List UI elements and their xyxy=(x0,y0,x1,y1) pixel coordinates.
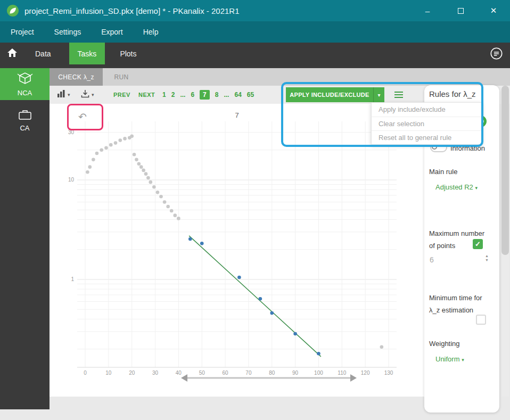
excluded-point[interactable] xyxy=(174,213,177,217)
included-point[interactable] xyxy=(188,237,192,241)
menu-settings[interactable]: Settings xyxy=(54,28,81,36)
excluded-point[interactable] xyxy=(123,137,127,141)
pan-left-arrow-icon[interactable] xyxy=(181,374,187,382)
bar-chart-icon xyxy=(57,89,65,100)
page-selector: 1 2 ... 6 7 8 ... 64 65 xyxy=(162,86,254,104)
page-button-1[interactable]: 1 xyxy=(162,91,166,98)
excluded-point[interactable] xyxy=(137,162,141,166)
nav-tab-tasks[interactable]: Tasks xyxy=(69,43,105,64)
excluded-point[interactable] xyxy=(88,165,92,169)
excluded-point[interactable] xyxy=(144,172,148,176)
included-point[interactable] xyxy=(237,276,241,279)
scrollbar-thumb[interactable] xyxy=(501,86,509,255)
menu-export[interactable]: Export xyxy=(101,28,122,36)
app-logo-icon xyxy=(7,5,19,17)
excluded-point[interactable] xyxy=(159,195,163,199)
menu-item-apply-include-exclude[interactable]: Apply include/exclude xyxy=(372,103,482,117)
home-button[interactable] xyxy=(0,43,24,64)
max-points-checkbox[interactable]: ✓ xyxy=(473,239,483,249)
chevron-down-icon: ▾ xyxy=(68,92,70,97)
tab-run[interactable]: RUN xyxy=(103,68,140,86)
spin-up-icon[interactable]: ▲ xyxy=(485,254,489,258)
window-controls: – ✕ xyxy=(411,0,510,21)
page-button-8[interactable]: 8 xyxy=(215,91,219,98)
apply-dropdown-caret[interactable]: ▾ xyxy=(373,87,384,102)
maximize-button[interactable] xyxy=(444,0,477,21)
nca-plot[interactable]: 0102030405060708090100110120130110307 xyxy=(50,104,424,397)
page-button-6[interactable]: 6 xyxy=(191,91,194,98)
excluded-point[interactable] xyxy=(146,176,150,180)
excluded-point[interactable] xyxy=(100,148,103,152)
included-point[interactable] xyxy=(270,311,274,315)
excluded-point[interactable] xyxy=(139,165,143,169)
page-button-7-active[interactable]: 7 xyxy=(200,90,210,100)
sidebar-item-nca[interactable]: NCA xyxy=(0,68,50,100)
spin-down-icon[interactable]: ▼ xyxy=(485,258,489,262)
included-point[interactable] xyxy=(200,242,204,245)
x-tick-label: 50 xyxy=(199,370,205,376)
apply-include-exclude-button[interactable]: APPLY INCLUDE/EXCLUDE xyxy=(286,87,373,102)
page-button-65[interactable]: 65 xyxy=(247,91,254,98)
app-window: project_Remi_infusion_SD.pkx [demo] * - … xyxy=(0,0,510,420)
excluded-point[interactable] xyxy=(92,158,95,162)
x-tick-label: 10 xyxy=(105,370,112,376)
menu-help[interactable]: Help xyxy=(143,28,159,36)
excluded-point[interactable] xyxy=(163,200,167,204)
excluded-point[interactable] xyxy=(133,153,136,157)
excluded-point[interactable] xyxy=(142,169,145,172)
menu-item-clear-selection[interactable]: Clear selection xyxy=(372,117,482,130)
page-button-2[interactable]: 2 xyxy=(171,91,175,98)
x-tick-label: 100 xyxy=(314,370,323,376)
lambda-z-fit-line xyxy=(189,236,321,357)
max-points-input[interactable]: 6 xyxy=(430,256,434,264)
prev-page-button[interactable]: PREV xyxy=(113,86,130,104)
export-plot-button[interactable]: ▾ xyxy=(81,87,94,103)
main-rule-value: Adjusted R2 xyxy=(435,183,473,191)
min-time-checkbox[interactable] xyxy=(476,315,486,325)
next-page-button[interactable]: NEXT xyxy=(138,86,155,104)
main-rule-select[interactable]: Adjusted R2 ▾ xyxy=(435,183,478,191)
page-ellipsis: ... xyxy=(224,91,229,98)
minimize-button[interactable]: – xyxy=(411,0,444,21)
included-point[interactable] xyxy=(259,297,262,301)
included-point[interactable] xyxy=(317,352,320,356)
tab-check-lambda-z[interactable]: CHECK λ_z xyxy=(50,68,103,86)
pan-right-arrow-icon[interactable] xyxy=(350,374,357,382)
task-sidebar: NCA CA xyxy=(0,64,50,409)
plot-display-options-button[interactable]: ▾ xyxy=(57,87,70,103)
feedback-chat-icon[interactable] xyxy=(490,47,503,60)
excluded-point[interactable] xyxy=(380,345,384,349)
page-button-64[interactable]: 64 xyxy=(234,91,241,98)
excluded-point[interactable] xyxy=(114,141,118,145)
excluded-point[interactable] xyxy=(177,217,180,220)
excluded-point[interactable] xyxy=(135,158,138,162)
excluded-point[interactable] xyxy=(166,205,170,209)
menu-project[interactable]: Project xyxy=(11,28,34,36)
excluded-point[interactable] xyxy=(170,209,174,213)
y-tick-label: 10 xyxy=(68,177,75,183)
excluded-point[interactable] xyxy=(104,146,108,150)
max-points-stepper[interactable]: ▲ ▼ xyxy=(485,254,489,262)
excluded-point[interactable] xyxy=(152,185,156,189)
sidebar-item-label: CA xyxy=(20,124,29,132)
plot-menu-button[interactable] xyxy=(391,88,406,102)
y-tick-label: 30 xyxy=(68,129,75,135)
weighting-select[interactable]: Uniform ▾ xyxy=(435,355,464,363)
excluded-point[interactable] xyxy=(149,180,152,184)
excluded-point[interactable] xyxy=(130,135,134,138)
excluded-point[interactable] xyxy=(86,170,89,174)
nav-tab-data[interactable]: Data xyxy=(24,43,62,64)
nav-tab-plots[interactable]: Plots xyxy=(109,43,147,64)
excluded-point[interactable] xyxy=(109,143,113,147)
close-button[interactable]: ✕ xyxy=(477,0,510,21)
sidebar-item-ca[interactable]: CA xyxy=(0,105,50,136)
maximize-icon xyxy=(458,8,464,14)
included-point[interactable] xyxy=(293,332,297,336)
excluded-point[interactable] xyxy=(95,152,99,155)
undo-zoom-button[interactable]: ↶ xyxy=(75,109,91,125)
excluded-point[interactable] xyxy=(156,191,160,194)
chevron-down-icon: ▾ xyxy=(475,185,478,191)
menu-item-reset-general-rule[interactable]: Reset all to general rule xyxy=(372,130,482,144)
vertical-scrollbar[interactable] xyxy=(501,86,509,397)
excluded-point[interactable] xyxy=(118,138,122,142)
